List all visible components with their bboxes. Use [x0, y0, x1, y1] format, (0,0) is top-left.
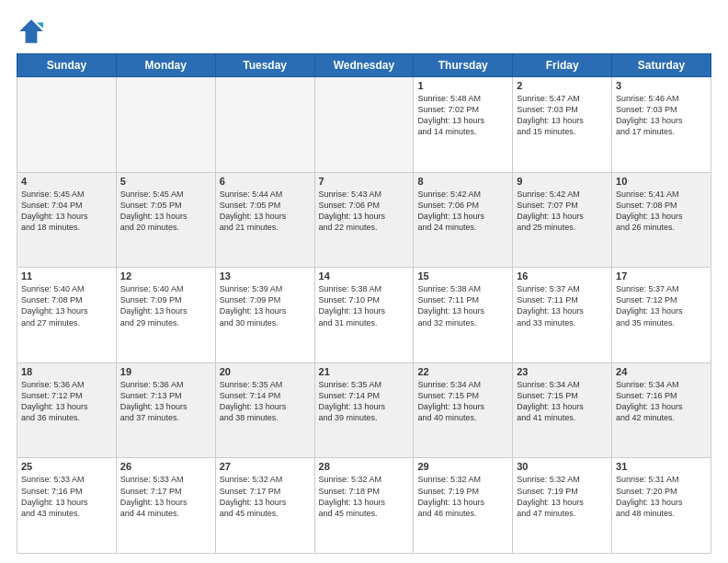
day-number: 28	[319, 461, 410, 472]
day-number: 29	[417, 461, 508, 472]
calendar-cell: 21Sunrise: 5:35 AM Sunset: 7:14 PM Dayli…	[314, 362, 414, 458]
calendar-cell: 1Sunrise: 5:48 AM Sunset: 7:02 PM Daylig…	[414, 77, 513, 173]
logo-icon	[17, 17, 46, 46]
weekday-header-wednesday: Wednesday	[314, 54, 414, 77]
calendar-cell: 6Sunrise: 5:44 AM Sunset: 7:05 PM Daylig…	[215, 172, 314, 268]
calendar-cell	[17, 77, 117, 173]
calendar-row-4: 25Sunrise: 5:33 AM Sunset: 7:16 PM Dayli…	[17, 458, 711, 554]
day-info: Sunrise: 5:47 AM Sunset: 7:03 PM Dayligh…	[517, 93, 608, 138]
calendar-cell: 26Sunrise: 5:33 AM Sunset: 7:17 PM Dayli…	[116, 458, 215, 554]
calendar-cell: 5Sunrise: 5:45 AM Sunset: 7:05 PM Daylig…	[116, 172, 215, 268]
day-number: 2	[517, 80, 608, 91]
day-info: Sunrise: 5:42 AM Sunset: 7:07 PM Dayligh…	[517, 189, 608, 234]
header	[17, 17, 711, 46]
day-info: Sunrise: 5:45 AM Sunset: 7:05 PM Dayligh…	[120, 189, 211, 234]
day-info: Sunrise: 5:48 AM Sunset: 7:02 PM Dayligh…	[417, 93, 508, 138]
day-info: Sunrise: 5:41 AM Sunset: 7:08 PM Dayligh…	[616, 189, 707, 234]
calendar-cell: 10Sunrise: 5:41 AM Sunset: 7:08 PM Dayli…	[612, 172, 711, 268]
day-number: 3	[616, 80, 707, 91]
day-number: 24	[616, 366, 707, 377]
day-number: 26	[120, 461, 211, 472]
calendar-row-0: 1Sunrise: 5:48 AM Sunset: 7:02 PM Daylig…	[17, 77, 711, 173]
logo	[17, 17, 50, 46]
day-info: Sunrise: 5:35 AM Sunset: 7:14 PM Dayligh…	[220, 379, 311, 424]
day-number: 4	[21, 176, 112, 187]
calendar-cell: 17Sunrise: 5:37 AM Sunset: 7:12 PM Dayli…	[612, 268, 711, 363]
day-number: 27	[220, 461, 311, 472]
calendar-table: SundayMondayTuesdayWednesdayThursdayFrid…	[17, 53, 711, 554]
day-number: 31	[616, 461, 707, 472]
calendar-cell: 14Sunrise: 5:38 AM Sunset: 7:10 PM Dayli…	[314, 268, 414, 363]
calendar-cell: 8Sunrise: 5:42 AM Sunset: 7:06 PM Daylig…	[414, 172, 513, 268]
day-info: Sunrise: 5:33 AM Sunset: 7:17 PM Dayligh…	[120, 474, 211, 519]
calendar-cell: 3Sunrise: 5:46 AM Sunset: 7:03 PM Daylig…	[612, 77, 711, 173]
day-number: 21	[319, 366, 410, 377]
day-number: 15	[417, 270, 508, 282]
calendar-cell: 2Sunrise: 5:47 AM Sunset: 7:03 PM Daylig…	[513, 77, 612, 173]
day-number: 8	[417, 176, 508, 187]
day-number: 22	[417, 366, 508, 377]
calendar-cell: 19Sunrise: 5:36 AM Sunset: 7:13 PM Dayli…	[116, 362, 215, 458]
day-info: Sunrise: 5:40 AM Sunset: 7:09 PM Dayligh…	[120, 283, 211, 328]
calendar-cell: 28Sunrise: 5:32 AM Sunset: 7:18 PM Dayli…	[314, 458, 414, 554]
day-info: Sunrise: 5:36 AM Sunset: 7:13 PM Dayligh…	[120, 379, 211, 424]
day-number: 19	[120, 366, 211, 377]
calendar-cell: 9Sunrise: 5:42 AM Sunset: 7:07 PM Daylig…	[513, 172, 612, 268]
day-info: Sunrise: 5:38 AM Sunset: 7:11 PM Dayligh…	[417, 283, 508, 328]
calendar-cell: 31Sunrise: 5:31 AM Sunset: 7:20 PM Dayli…	[612, 458, 711, 554]
day-info: Sunrise: 5:32 AM Sunset: 7:18 PM Dayligh…	[319, 474, 410, 519]
day-info: Sunrise: 5:45 AM Sunset: 7:04 PM Dayligh…	[21, 189, 112, 234]
day-info: Sunrise: 5:34 AM Sunset: 7:15 PM Dayligh…	[517, 379, 608, 424]
day-info: Sunrise: 5:36 AM Sunset: 7:12 PM Dayligh…	[21, 379, 112, 424]
day-number: 13	[220, 270, 311, 282]
page: SundayMondayTuesdayWednesdayThursdayFrid…	[0, 0, 728, 563]
calendar-row-2: 11Sunrise: 5:40 AM Sunset: 7:08 PM Dayli…	[17, 268, 711, 363]
day-info: Sunrise: 5:43 AM Sunset: 7:06 PM Dayligh…	[319, 189, 410, 234]
day-info: Sunrise: 5:44 AM Sunset: 7:05 PM Dayligh…	[220, 189, 311, 234]
day-info: Sunrise: 5:33 AM Sunset: 7:16 PM Dayligh…	[21, 474, 112, 519]
day-info: Sunrise: 5:35 AM Sunset: 7:14 PM Dayligh…	[319, 379, 410, 424]
day-number: 12	[120, 270, 211, 282]
day-info: Sunrise: 5:38 AM Sunset: 7:10 PM Dayligh…	[319, 283, 410, 328]
weekday-header-sunday: Sunday	[17, 54, 117, 77]
day-info: Sunrise: 5:40 AM Sunset: 7:08 PM Dayligh…	[21, 283, 112, 328]
weekday-header-monday: Monday	[116, 54, 215, 77]
day-info: Sunrise: 5:46 AM Sunset: 7:03 PM Dayligh…	[616, 93, 707, 138]
day-number: 20	[220, 366, 311, 377]
day-number: 17	[616, 270, 707, 282]
day-info: Sunrise: 5:37 AM Sunset: 7:12 PM Dayligh…	[616, 283, 707, 328]
calendar-cell: 29Sunrise: 5:32 AM Sunset: 7:19 PM Dayli…	[414, 458, 513, 554]
day-info: Sunrise: 5:39 AM Sunset: 7:09 PM Dayligh…	[220, 283, 311, 328]
calendar-cell: 11Sunrise: 5:40 AM Sunset: 7:08 PM Dayli…	[17, 268, 117, 363]
calendar-cell	[314, 77, 414, 173]
calendar-cell	[116, 77, 215, 173]
weekday-header-tuesday: Tuesday	[215, 54, 314, 77]
day-info: Sunrise: 5:31 AM Sunset: 7:20 PM Dayligh…	[616, 474, 707, 519]
calendar-cell: 13Sunrise: 5:39 AM Sunset: 7:09 PM Dayli…	[215, 268, 314, 363]
calendar-cell: 27Sunrise: 5:32 AM Sunset: 7:17 PM Dayli…	[215, 458, 314, 554]
day-number: 30	[517, 461, 608, 472]
calendar-cell: 24Sunrise: 5:34 AM Sunset: 7:16 PM Dayli…	[612, 362, 711, 458]
calendar-cell: 20Sunrise: 5:35 AM Sunset: 7:14 PM Dayli…	[215, 362, 314, 458]
calendar-cell: 15Sunrise: 5:38 AM Sunset: 7:11 PM Dayli…	[414, 268, 513, 363]
day-info: Sunrise: 5:32 AM Sunset: 7:19 PM Dayligh…	[417, 474, 508, 519]
calendar-header-row: SundayMondayTuesdayWednesdayThursdayFrid…	[17, 54, 711, 77]
day-info: Sunrise: 5:37 AM Sunset: 7:11 PM Dayligh…	[517, 283, 608, 328]
day-number: 1	[417, 80, 508, 91]
calendar-cell	[215, 77, 314, 173]
calendar-cell: 4Sunrise: 5:45 AM Sunset: 7:04 PM Daylig…	[17, 172, 117, 268]
day-number: 7	[319, 176, 410, 187]
day-number: 16	[517, 270, 608, 282]
calendar-cell: 30Sunrise: 5:32 AM Sunset: 7:19 PM Dayli…	[513, 458, 612, 554]
calendar-row-3: 18Sunrise: 5:36 AM Sunset: 7:12 PM Dayli…	[17, 362, 711, 458]
day-number: 18	[21, 366, 112, 377]
day-number: 25	[21, 461, 112, 472]
day-number: 14	[319, 270, 410, 282]
day-number: 11	[21, 270, 112, 282]
day-info: Sunrise: 5:34 AM Sunset: 7:15 PM Dayligh…	[417, 379, 508, 424]
day-number: 23	[517, 366, 608, 377]
calendar-cell: 23Sunrise: 5:34 AM Sunset: 7:15 PM Dayli…	[513, 362, 612, 458]
calendar-cell: 7Sunrise: 5:43 AM Sunset: 7:06 PM Daylig…	[314, 172, 414, 268]
weekday-header-thursday: Thursday	[414, 54, 513, 77]
weekday-header-friday: Friday	[513, 54, 612, 77]
